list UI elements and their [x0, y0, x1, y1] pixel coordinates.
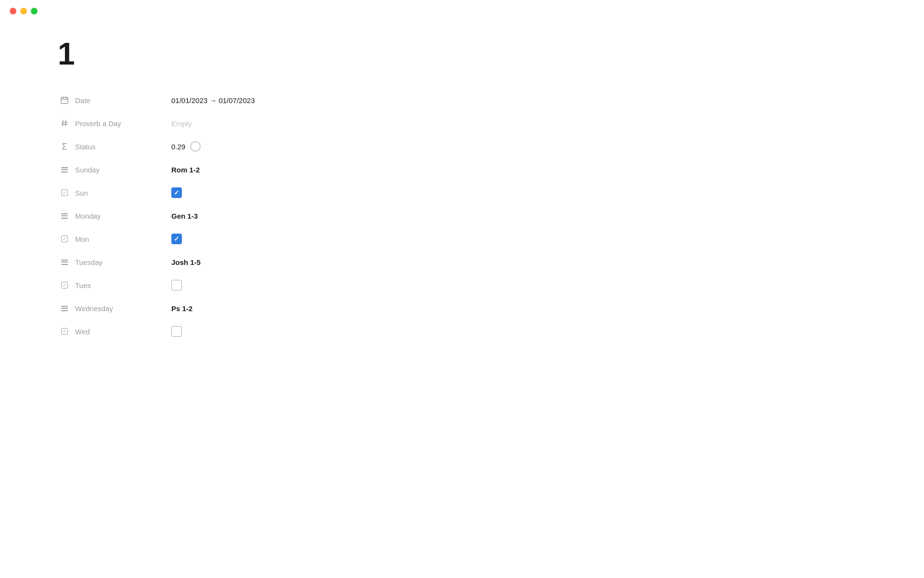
sunday-value[interactable]: Rom 1-2	[171, 166, 200, 174]
checkbox-icon-tues	[58, 282, 71, 289]
proverb-label: Proverb a Day	[75, 119, 171, 128]
checkbox-icon-wed	[58, 328, 71, 335]
status-label: Status	[75, 143, 171, 151]
page-number: 1	[58, 39, 866, 69]
calendar-icon	[58, 96, 71, 104]
date-row: Date 01/01/2023 → 01/07/2023	[58, 89, 866, 112]
close-button[interactable]	[10, 8, 16, 14]
tuesday-label: Tuesday	[75, 258, 171, 266]
sun-row: Sun	[58, 181, 866, 204]
maximize-button[interactable]	[31, 8, 38, 14]
lines-icon-wednesday	[58, 306, 71, 311]
minimize-button[interactable]	[20, 8, 27, 14]
window-chrome	[0, 0, 924, 22]
date-label: Date	[75, 96, 171, 105]
wed-checkbox[interactable]	[171, 326, 182, 337]
mon-label: Mon	[75, 235, 171, 243]
sunday-row: Sunday Rom 1-2	[58, 158, 866, 181]
mon-checkbox-checked[interactable]	[171, 234, 182, 244]
monday-row: Monday Gen 1-3	[58, 204, 866, 227]
monday-value[interactable]: Gen 1-3	[171, 212, 198, 220]
tuesday-value[interactable]: Josh 1-5	[171, 258, 201, 266]
tues-row: Tues	[58, 274, 866, 297]
lines-decoration-tuesday	[61, 260, 68, 265]
wednesday-row: Wednesday Ps 1-2	[58, 297, 866, 320]
checkbox-icon-sun	[58, 189, 71, 196]
date-value[interactable]: 01/01/2023 → 01/07/2023	[171, 96, 255, 105]
sigma-icon	[58, 143, 71, 150]
svg-line-4	[63, 120, 63, 126]
wednesday-value[interactable]: Ps 1-2	[171, 304, 192, 313]
wednesday-label: Wednesday	[75, 304, 171, 313]
tues-checkbox-unchecked[interactable]	[171, 280, 182, 290]
proverb-row: Proverb a Day Empty	[58, 112, 866, 135]
mon-checkbox[interactable]	[171, 234, 182, 244]
lines-decoration-wednesday	[61, 306, 68, 311]
status-circle-icon	[190, 141, 201, 152]
status-value[interactable]: 0.29	[171, 141, 201, 152]
status-row: Status 0.29	[58, 135, 866, 158]
sun-checkbox-checked[interactable]	[171, 187, 182, 198]
monday-label: Monday	[75, 212, 171, 220]
sun-checkbox[interactable]	[171, 187, 182, 198]
main-content: 1 Date 01/01/2023 → 01/07/2023	[0, 0, 924, 372]
mon-row: Mon	[58, 227, 866, 250]
tues-label: Tues	[75, 281, 171, 289]
lines-icon-monday	[58, 213, 71, 219]
lines-icon-sunday	[58, 167, 71, 172]
wed-checkbox-unchecked[interactable]	[171, 326, 182, 337]
lines-decoration-monday	[61, 213, 68, 219]
wed-label: Wed	[75, 328, 171, 336]
tuesday-row: Tuesday Josh 1-5	[58, 250, 866, 274]
sunday-label: Sunday	[75, 166, 171, 174]
proverb-value[interactable]: Empty	[171, 119, 192, 128]
lines-decoration	[61, 167, 68, 172]
status-number: 0.29	[171, 143, 185, 151]
tues-checkbox[interactable]	[171, 280, 182, 290]
wed-row: Wed	[58, 320, 866, 343]
hash-icon	[58, 119, 71, 127]
sun-label: Sun	[75, 189, 171, 197]
properties-list: Date 01/01/2023 → 01/07/2023 Proverb a D…	[58, 89, 866, 343]
svg-rect-0	[61, 97, 68, 104]
checkbox-icon-mon	[58, 236, 71, 242]
lines-icon-tuesday	[58, 260, 71, 265]
svg-line-5	[65, 120, 66, 126]
